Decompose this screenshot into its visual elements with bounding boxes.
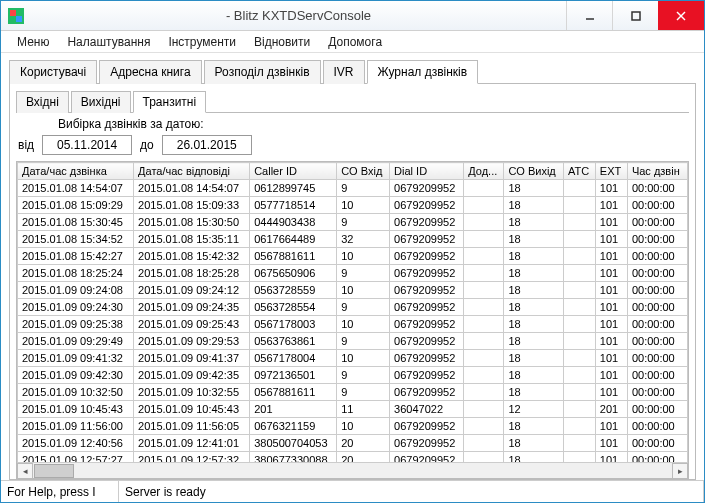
menu-відновити[interactable]: Відновити	[248, 33, 316, 51]
table-cell: 18	[504, 282, 564, 299]
table-row[interactable]: 2015.01.09 10:45:432015.01.09 10:45:4320…	[18, 401, 688, 418]
table-row[interactable]: 2015.01.08 15:34:522015.01.08 15:35:1106…	[18, 231, 688, 248]
column-header[interactable]: EXT	[595, 163, 627, 180]
column-header[interactable]: Caller ID	[250, 163, 337, 180]
client-area: КористувачіАдресна книгаРозподіл дзвінкі…	[1, 53, 704, 480]
menu-допомога[interactable]: Допомога	[322, 33, 388, 51]
table-row[interactable]: 2015.01.08 15:30:452015.01.08 15:30:5004…	[18, 214, 688, 231]
table-cell: 18	[504, 299, 564, 316]
column-header[interactable]: Час дзвін	[627, 163, 687, 180]
column-header[interactable]: Дата/час дзвінка	[18, 163, 134, 180]
menu-інструменти[interactable]: Інструменти	[162, 33, 242, 51]
date-filter-panel: Вибірка дзвінків за датою: від до	[16, 113, 689, 161]
main-tabs: КористувачіАдресна книгаРозподіл дзвінкі…	[9, 59, 696, 84]
table-row[interactable]: 2015.01.09 10:32:502015.01.09 10:32:5505…	[18, 384, 688, 401]
column-header[interactable]: Дата/час відповіді	[134, 163, 250, 180]
minimize-button[interactable]	[566, 1, 612, 30]
table-cell: 101	[595, 248, 627, 265]
table-cell: 32	[337, 231, 390, 248]
table-row[interactable]: 2015.01.09 09:24:082015.01.09 09:24:1205…	[18, 282, 688, 299]
table-cell: 101	[595, 282, 627, 299]
svg-rect-2	[16, 16, 22, 22]
table-row[interactable]: 2015.01.08 15:09:292015.01.08 15:09:3305…	[18, 197, 688, 214]
table-row[interactable]: 2015.01.09 09:25:382015.01.09 09:25:4305…	[18, 316, 688, 333]
tab-2[interactable]: Розподіл дзвінків	[204, 60, 321, 84]
maximize-button[interactable]	[612, 1, 658, 30]
table-cell: 0563728559	[250, 282, 337, 299]
scroll-thumb[interactable]	[34, 464, 74, 478]
table-row[interactable]: 2015.01.09 09:29:492015.01.09 09:29:5305…	[18, 333, 688, 350]
table-cell: 12	[504, 401, 564, 418]
table-row[interactable]: 2015.01.08 18:25:242015.01.08 18:25:2806…	[18, 265, 688, 282]
call-log-grid: Дата/час дзвінкаДата/час відповідіCaller…	[16, 161, 689, 479]
table-cell: 0567178004	[250, 350, 337, 367]
table-cell: 10	[337, 350, 390, 367]
table-cell	[464, 401, 504, 418]
table-cell: 0679209952	[390, 384, 464, 401]
table-cell: 101	[595, 265, 627, 282]
subtab-1[interactable]: Вихідні	[71, 91, 131, 113]
table-cell	[464, 197, 504, 214]
subtab-0[interactable]: Вхідні	[16, 91, 69, 113]
table-cell: 2015.01.09 11:56:00	[18, 418, 134, 435]
table-cell: 10	[337, 418, 390, 435]
table-row[interactable]: 2015.01.09 09:24:302015.01.09 09:24:3505…	[18, 299, 688, 316]
table-cell	[464, 316, 504, 333]
table-cell	[464, 180, 504, 197]
table-cell: 0675650906	[250, 265, 337, 282]
table-cell: 18	[504, 384, 564, 401]
scroll-right-button[interactable]: ▸	[672, 463, 688, 479]
scroll-left-button[interactable]: ◂	[17, 463, 33, 479]
app-window: - Blitz KXTDServConsole МенюНалаштування…	[0, 0, 705, 503]
column-header[interactable]: CO Вихід	[504, 163, 564, 180]
column-header[interactable]: ATC	[563, 163, 595, 180]
table-cell	[563, 299, 595, 316]
table-cell: 101	[595, 367, 627, 384]
table-cell: 0679209952	[390, 214, 464, 231]
tab-4[interactable]: Журнал дзвінків	[367, 60, 479, 84]
tab-0[interactable]: Користувачі	[9, 60, 97, 84]
table-row[interactable]: 2015.01.08 14:54:072015.01.08 14:54:0706…	[18, 180, 688, 197]
column-header[interactable]: Dial ID	[390, 163, 464, 180]
filter-heading: Вибірка дзвінків за датою:	[58, 117, 204, 131]
svg-rect-4	[632, 12, 640, 20]
table-row[interactable]: 2015.01.09 09:41:322015.01.09 09:41:3705…	[18, 350, 688, 367]
close-button[interactable]	[658, 1, 704, 30]
table-row[interactable]: 2015.01.09 12:40:562015.01.09 12:41:0138…	[18, 435, 688, 452]
table-cell: 101	[595, 350, 627, 367]
grid-scroll-area[interactable]: Дата/час дзвінкаДата/час відповідіCaller…	[17, 162, 688, 462]
grid-header-row: Дата/час дзвінкаДата/час відповідіCaller…	[18, 163, 688, 180]
menu-меню[interactable]: Меню	[11, 33, 55, 51]
table-cell	[464, 452, 504, 463]
table-row[interactable]: 2015.01.09 12:57:272015.01.09 12:57:3238…	[18, 452, 688, 463]
subtab-2[interactable]: Транзитні	[133, 91, 207, 113]
table-cell	[464, 231, 504, 248]
table-cell: 00:00:00	[627, 333, 687, 350]
table-cell: 0679209952	[390, 350, 464, 367]
table-cell: 10	[337, 316, 390, 333]
to-date-input[interactable]	[162, 135, 252, 155]
app-icon	[1, 8, 31, 24]
tab-3[interactable]: IVR	[323, 60, 365, 84]
table-cell: 00:00:00	[627, 367, 687, 384]
table-cell: 0567881611	[250, 248, 337, 265]
table-cell: 0563728554	[250, 299, 337, 316]
table-row[interactable]: 2015.01.08 15:42:272015.01.08 15:42:3205…	[18, 248, 688, 265]
table-cell: 2015.01.08 15:30:45	[18, 214, 134, 231]
table-cell	[563, 265, 595, 282]
table-cell: 00:00:00	[627, 214, 687, 231]
horizontal-scrollbar[interactable]: ◂ ▸	[17, 462, 688, 478]
table-row[interactable]: 2015.01.09 11:56:002015.01.09 11:56:0506…	[18, 418, 688, 435]
column-header[interactable]: CO Вхід	[337, 163, 390, 180]
table-cell: 2015.01.09 12:41:01	[134, 435, 250, 452]
table-cell: 2015.01.09 09:41:37	[134, 350, 250, 367]
table-cell: 11	[337, 401, 390, 418]
table-cell: 2015.01.09 09:25:38	[18, 316, 134, 333]
column-header[interactable]: Дод...	[464, 163, 504, 180]
svg-rect-1	[10, 10, 16, 16]
from-date-input[interactable]	[42, 135, 132, 155]
table-row[interactable]: 2015.01.09 09:42:302015.01.09 09:42:3509…	[18, 367, 688, 384]
table-cell: 0577718514	[250, 197, 337, 214]
tab-1[interactable]: Адресна книга	[99, 60, 201, 84]
menu-налаштування[interactable]: Налаштування	[61, 33, 156, 51]
